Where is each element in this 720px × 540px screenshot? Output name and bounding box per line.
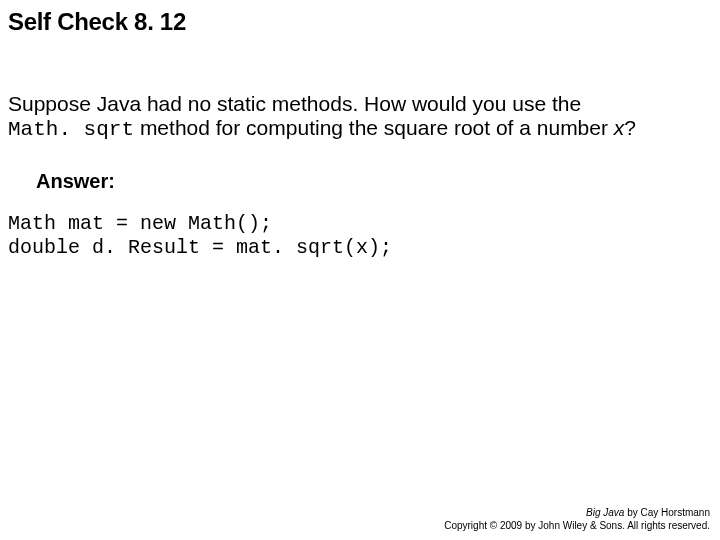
code-line: Math mat = new Math(); — [8, 212, 272, 235]
question-block: Suppose Java had no static methods. How … — [8, 92, 708, 142]
question-part3: ? — [624, 116, 636, 139]
answer-label: Answer: — [36, 170, 115, 193]
question-part2: method for computing the square root of … — [140, 116, 614, 139]
page-title: Self Check 8. 12 — [8, 8, 186, 36]
slide: Self Check 8. 12 Suppose Java had no sta… — [0, 0, 720, 540]
footer-byline: by Cay Horstmann — [624, 507, 710, 518]
question-var: x — [614, 116, 625, 139]
footer: Big Java by Cay Horstmann Copyright © 20… — [444, 507, 710, 532]
footer-book: Big Java — [586, 507, 624, 518]
footer-copyright: Copyright © 2009 by John Wiley & Sons. A… — [444, 520, 710, 531]
code-block: Math mat = new Math(); double d. Result … — [8, 212, 392, 260]
question-part1: Suppose Java had no static methods. How … — [8, 92, 581, 115]
question-code: Math. sqrt — [8, 118, 134, 141]
code-line: double d. Result = mat. sqrt(x); — [8, 236, 392, 259]
